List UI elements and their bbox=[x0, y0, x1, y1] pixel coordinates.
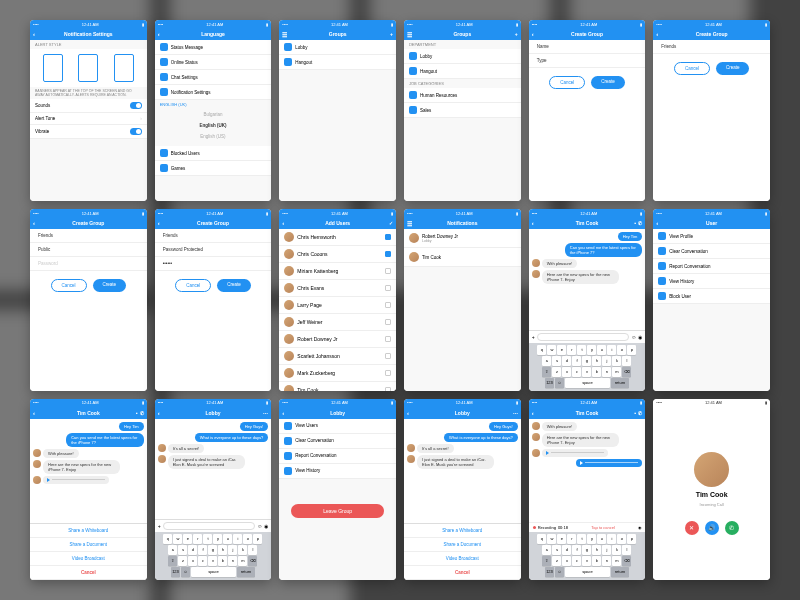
settings-item[interactable]: Online Status bbox=[155, 55, 272, 70]
language-option[interactable]: English (US) bbox=[155, 131, 272, 142]
group-item[interactable]: Human Resources bbox=[404, 88, 521, 103]
menu-item[interactable]: Block User bbox=[653, 289, 770, 304]
keyboard[interactable]: qwertyuiop asdfghjkl ⇧zxcvbnm⌫ 123☺space… bbox=[529, 532, 646, 580]
accept-call-button[interactable]: ✆ bbox=[725, 521, 739, 535]
add-icon[interactable]: + bbox=[390, 31, 393, 37]
mic-active-icon[interactable]: ◉ bbox=[638, 525, 641, 530]
add-icon[interactable]: + bbox=[515, 31, 518, 37]
message-input[interactable] bbox=[537, 333, 630, 341]
more-icon[interactable]: ⋯ bbox=[513, 410, 518, 416]
video-broadcast[interactable]: Video Broadcast bbox=[30, 552, 147, 566]
user-row[interactable]: Chris Hemsworth bbox=[279, 229, 396, 246]
settings-item[interactable]: Chat Settings bbox=[155, 70, 272, 85]
notification-item[interactable]: Robert Downey Jr Lobby bbox=[404, 229, 521, 248]
menu-item[interactable]: View Profile bbox=[653, 229, 770, 244]
share-document[interactable]: Share a Document bbox=[30, 538, 147, 552]
cancel-button[interactable]: Cancel bbox=[549, 76, 585, 89]
language-option-selected[interactable]: English (UK) bbox=[155, 120, 272, 131]
cancel-button[interactable]: Cancel bbox=[51, 279, 87, 292]
back-icon[interactable]: ‹ bbox=[158, 220, 160, 226]
type-field[interactable]: Type bbox=[529, 54, 646, 68]
user-row[interactable]: Mark Zuckerberg bbox=[279, 365, 396, 382]
phone-icon[interactable]: ✆ bbox=[638, 220, 642, 226]
password-field[interactable]: •••••• bbox=[155, 257, 272, 271]
name-field[interactable]: Name bbox=[529, 40, 646, 54]
settings-item[interactable]: Blocked Users bbox=[155, 146, 272, 161]
cancel-button[interactable]: Cancel bbox=[30, 566, 147, 580]
emoji-icon[interactable]: ☺ bbox=[631, 334, 636, 340]
group-item[interactable]: Lobby bbox=[404, 49, 521, 64]
speaker-button[interactable]: 🔊 bbox=[705, 521, 719, 535]
sounds-toggle-row[interactable]: Sounds bbox=[30, 99, 147, 113]
message-input[interactable] bbox=[163, 522, 256, 530]
back-icon[interactable]: ‹ bbox=[532, 220, 534, 226]
group-item[interactable]: Hangout bbox=[279, 55, 396, 70]
decline-call-button[interactable]: ✕ bbox=[685, 521, 699, 535]
user-row[interactable]: Chris Cooons bbox=[279, 246, 396, 263]
mic-icon[interactable]: ◉ bbox=[638, 334, 642, 340]
settings-item[interactable]: Status Message bbox=[155, 40, 272, 55]
friends-field[interactable]: Friends bbox=[155, 229, 272, 243]
menu-icon[interactable]: ☰ bbox=[282, 31, 287, 38]
back-icon[interactable]: ‹ bbox=[33, 410, 35, 416]
share-whiteboard[interactable]: Share a Whiteboard bbox=[404, 524, 521, 538]
back-icon[interactable]: ‹ bbox=[33, 220, 35, 226]
back-icon[interactable]: ‹ bbox=[158, 410, 160, 416]
settings-item[interactable]: Games bbox=[155, 161, 272, 176]
alert-style-preview[interactable] bbox=[30, 49, 147, 87]
create-button[interactable]: Create bbox=[93, 279, 127, 292]
user-row[interactable]: Scarlett Johansson bbox=[279, 348, 396, 365]
menu-icon[interactable]: ☰ bbox=[407, 31, 412, 38]
settings-item[interactable]: Notification Settings bbox=[155, 85, 272, 100]
public-field[interactable]: Public bbox=[30, 243, 147, 257]
phone-icon[interactable]: ✆ bbox=[638, 410, 642, 416]
menu-item[interactable]: Report Conversation bbox=[653, 259, 770, 274]
user-row[interactable]: Tim Cook bbox=[279, 382, 396, 390]
create-button[interactable]: Create bbox=[591, 76, 625, 89]
menu-item[interactable]: Clear Conversation bbox=[279, 434, 396, 449]
back-icon[interactable]: ‹ bbox=[158, 31, 160, 37]
toggle-on-icon[interactable] bbox=[130, 102, 142, 109]
password-field[interactable]: Password bbox=[30, 257, 147, 271]
back-icon[interactable]: ‹ bbox=[282, 410, 284, 416]
group-item[interactable]: Lobby bbox=[279, 40, 396, 55]
vibrate-toggle-row[interactable]: Vibrate bbox=[30, 125, 147, 139]
back-icon[interactable]: ‹ bbox=[33, 31, 35, 37]
tap-to-cancel[interactable]: Tap to cancel bbox=[591, 525, 615, 530]
keyboard[interactable]: qwertyuiop asdfghjkl ⇧zxcvbnm⌫ 123☺space… bbox=[529, 343, 646, 391]
cancel-button[interactable]: Cancel bbox=[674, 62, 710, 75]
video-icon[interactable]: ▪ bbox=[635, 410, 637, 416]
group-item[interactable]: Sales bbox=[404, 103, 521, 118]
phone-icon[interactable]: ✆ bbox=[140, 410, 144, 416]
user-row[interactable]: Larry Page bbox=[279, 297, 396, 314]
video-broadcast[interactable]: Video Broadcast bbox=[404, 552, 521, 566]
menu-item[interactable]: View History bbox=[653, 274, 770, 289]
menu-item[interactable]: View History bbox=[279, 464, 396, 479]
audio-message-sent[interactable] bbox=[576, 459, 642, 467]
protected-field[interactable]: Password Protected bbox=[155, 243, 272, 257]
alert-tone-row[interactable]: Alert Tone › bbox=[30, 113, 147, 125]
share-document[interactable]: Share a Document bbox=[404, 538, 521, 552]
menu-item[interactable]: Clear Conversation bbox=[653, 244, 770, 259]
toggle-on-icon[interactable] bbox=[130, 128, 142, 135]
user-row[interactable]: Robert Downey Jr bbox=[279, 331, 396, 348]
cancel-button[interactable]: Cancel bbox=[175, 279, 211, 292]
user-row[interactable]: Jeff Weiner bbox=[279, 314, 396, 331]
share-whiteboard[interactable]: Share a Whiteboard bbox=[30, 524, 147, 538]
more-icon[interactable]: ⋯ bbox=[263, 410, 268, 416]
menu-icon[interactable]: ☰ bbox=[407, 220, 412, 227]
menu-item[interactable]: Report Conversation bbox=[279, 449, 396, 464]
menu-item[interactable]: View Users bbox=[279, 419, 396, 434]
back-icon[interactable]: ‹ bbox=[656, 31, 658, 37]
notification-item[interactable]: Tim Cook bbox=[404, 248, 521, 267]
keyboard[interactable]: qwertyuiop asdfghjkl ⇧zxcvbnm⌫ 123☺space… bbox=[155, 532, 272, 580]
video-icon[interactable]: ▪ bbox=[136, 410, 138, 416]
emoji-icon[interactable]: ☺ bbox=[257, 523, 262, 529]
attach-icon[interactable]: + bbox=[158, 523, 161, 529]
cancel-button[interactable]: Cancel bbox=[404, 566, 521, 580]
friends-field[interactable]: Friends bbox=[30, 229, 147, 243]
back-icon[interactable]: ‹ bbox=[532, 31, 534, 37]
user-row[interactable]: Chris Evans bbox=[279, 280, 396, 297]
group-item[interactable]: Hangout bbox=[404, 64, 521, 79]
create-button[interactable]: Create bbox=[716, 62, 750, 75]
